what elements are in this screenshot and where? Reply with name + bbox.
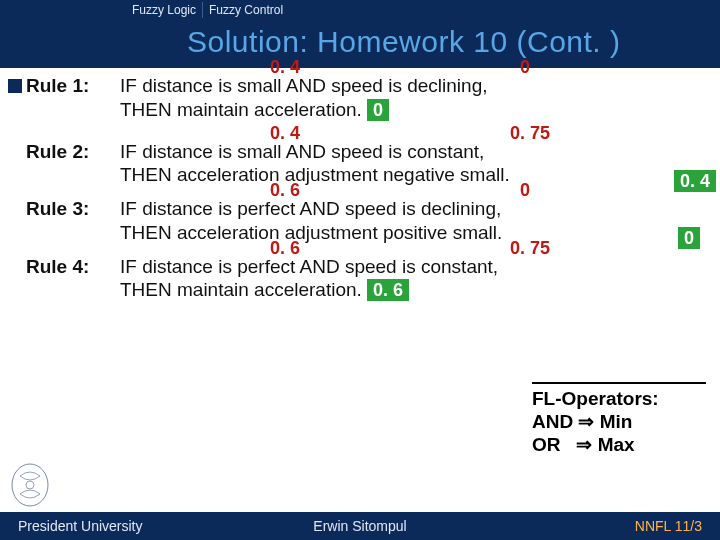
rule-2-line2: THEN acceleration adjustment negative sm… bbox=[120, 163, 710, 187]
svg-point-0 bbox=[12, 464, 48, 506]
rule-4-label: Rule 4 bbox=[26, 256, 83, 277]
rule-2-label: Rule 2 bbox=[26, 141, 83, 162]
rule-1-line1: IF distance is small AND speed is declin… bbox=[120, 74, 710, 98]
rule-2-over1: 0. 4 bbox=[270, 122, 300, 145]
fl-or-value: Max bbox=[598, 434, 635, 455]
fl-operators-box: FL-Operators: AND ⇒ Min OR ⇒ Max bbox=[532, 382, 706, 456]
rule-3-over1: 0. 6 bbox=[270, 179, 300, 202]
rule-4-line2: THEN maintain acceleration. bbox=[120, 279, 362, 300]
rule-1-label: Rule 1 bbox=[26, 75, 83, 96]
rule-1-line2: THEN maintain acceleration. bbox=[120, 99, 362, 120]
rule-3-line2: THEN acceleration adjustment positive sm… bbox=[120, 221, 710, 245]
tab-fuzzy-control: Fuzzy Control bbox=[203, 2, 289, 18]
rule-1-result-box: 0 bbox=[367, 99, 389, 121]
footer-pagenum: NNFL 11/3 bbox=[635, 518, 702, 534]
bullet-icon bbox=[8, 79, 22, 93]
fl-operators-title: FL-Operators: bbox=[532, 388, 706, 410]
rule-4-over2: 0. 75 bbox=[510, 237, 550, 260]
rule-3: Rule 3: 0. 6 0 IF distance is perfect AN… bbox=[8, 197, 710, 245]
fl-or-label: OR bbox=[532, 434, 561, 455]
arrow-icon: ⇒ bbox=[576, 434, 592, 455]
fl-and-value: Min bbox=[600, 411, 633, 432]
rule-4: Rule 4: 0. 6 0. 75 IF distance is perfec… bbox=[8, 255, 710, 303]
footer-left: President University bbox=[18, 518, 143, 534]
tab-fuzzy-logic: Fuzzy Logic bbox=[126, 2, 203, 18]
arrow-icon: ⇒ bbox=[578, 411, 594, 432]
rule-2-line1: IF distance is small AND speed is consta… bbox=[120, 140, 710, 164]
tab-strip: Fuzzy Logic Fuzzy Control bbox=[0, 0, 720, 18]
rule-3-label: Rule 3 bbox=[26, 198, 83, 219]
footer-bar: President University Erwin Sitompul NNFL… bbox=[0, 512, 720, 540]
fl-and-label: AND bbox=[532, 411, 573, 432]
rule-2-over2: 0. 75 bbox=[510, 122, 550, 145]
rule-4-line1: IF distance is perfect AND speed is cons… bbox=[120, 255, 710, 279]
rule-4-over1: 0. 6 bbox=[270, 237, 300, 260]
rule-2: Rule 2: 0. 4 0. 75 IF distance is small … bbox=[8, 140, 710, 188]
header-bar: Fuzzy Logic Fuzzy Control Solution: Home… bbox=[0, 0, 720, 68]
university-logo bbox=[10, 462, 50, 508]
svg-point-1 bbox=[26, 481, 34, 489]
rule-2-result-box: 0. 4 bbox=[674, 170, 716, 192]
slide-content: Rule 1: 0. 4 0 IF distance is small AND … bbox=[0, 70, 720, 312]
footer-author: Erwin Sitompul bbox=[313, 518, 406, 534]
rule-1-over2: 0 bbox=[520, 56, 530, 79]
rule-1-over1: 0. 4 bbox=[270, 56, 300, 79]
rule-3-over2: 0 bbox=[520, 179, 530, 202]
rule-3-result-box: 0 bbox=[678, 227, 700, 249]
rule-4-result-box: 0. 6 bbox=[367, 279, 409, 301]
page-title: Solution: Homework 10 (Cont. ) bbox=[187, 25, 621, 59]
rule-3-line1: IF distance is perfect AND speed is decl… bbox=[120, 197, 710, 221]
rule-1: Rule 1: 0. 4 0 IF distance is small AND … bbox=[8, 74, 710, 122]
